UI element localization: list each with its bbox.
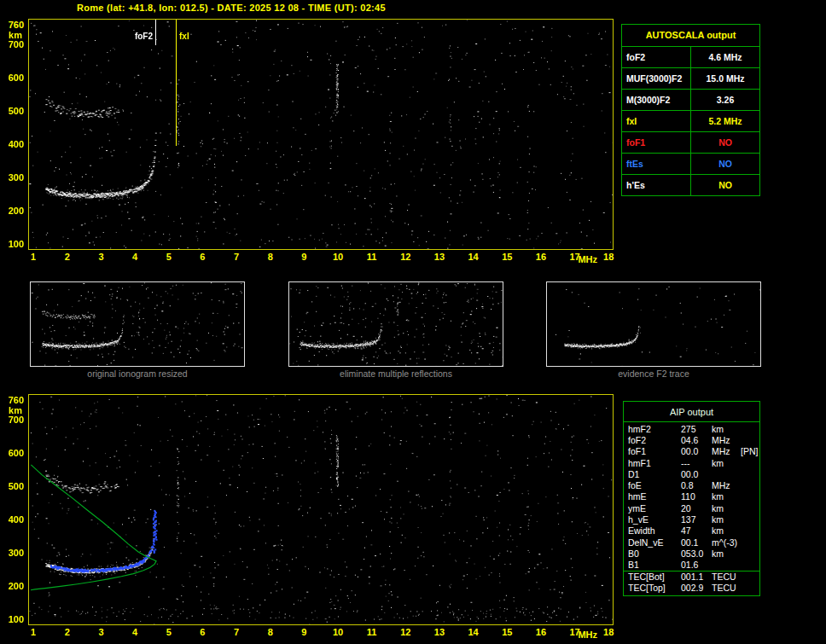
- aip-param-label: foF2: [628, 435, 681, 445]
- aip-param-value: 00.0: [681, 446, 712, 456]
- x-axis-label: 12: [396, 252, 415, 262]
- thumbnail-canvas-eliminate: [289, 282, 503, 366]
- x-axis-label: 6: [193, 627, 212, 637]
- aip-param-value: 00.0: [681, 469, 712, 479]
- x-axis-label: 2: [58, 252, 77, 262]
- y-axis-label: 600: [0, 73, 24, 83]
- aip-param-label: Ewidth: [628, 525, 681, 536]
- aip-param-value: 110: [681, 491, 712, 502]
- aip-param-value: 0.8: [681, 480, 712, 490]
- autoscala-param-label: MUF(3000)F2: [622, 68, 691, 89]
- x-axis-label: 6: [193, 252, 212, 262]
- aip-param-unit: km: [712, 491, 736, 502]
- aip-row: hmF1---km: [624, 457, 759, 468]
- autoscala-row: fxI5.2 MHz: [622, 110, 759, 131]
- x-axis-label: 7: [227, 252, 246, 262]
- x-axis-label: 4: [125, 627, 144, 637]
- x-axis-label: 4: [125, 252, 144, 262]
- aip-param-value: 275: [681, 424, 712, 434]
- autoscala-param-value: 4.6 MHz: [691, 47, 759, 67]
- aip-row: D100.0: [624, 468, 759, 479]
- aip-param-label: B1: [628, 560, 681, 570]
- autoscala-param-value: NO: [691, 154, 759, 174]
- thumbnail-evidence-f2: [546, 281, 761, 367]
- autoscala-param-value: NO: [691, 175, 759, 195]
- y-axis-label: 400: [0, 514, 24, 525]
- thumbnail-caption-evidence: evidence F2 trace: [546, 368, 761, 379]
- thumbnail-eliminate-reflections: [288, 281, 503, 367]
- autoscala-param-value: 15.0 MHz: [691, 68, 759, 89]
- autoscala-param-label: foF2: [622, 47, 691, 67]
- x-axis-label: 3: [91, 627, 110, 637]
- x-axis-label: 15: [497, 252, 516, 262]
- x-axis-label: 18: [599, 627, 618, 637]
- aip-table-header: AIP output: [624, 402, 759, 422]
- x-axis-label: 12: [396, 627, 415, 637]
- x-axis-label: 2: [58, 627, 77, 637]
- y-axis-unit: km: [0, 30, 22, 40]
- y-axis-label: 100: [0, 614, 24, 624]
- aip-param-label: ymE: [628, 503, 681, 513]
- thumbnail-canvas-original: [31, 282, 244, 366]
- thumbnail-original-ionogram: [30, 281, 245, 367]
- y-axis-label: 500: [0, 106, 24, 116]
- y-axis-label: 700: [0, 415, 24, 425]
- autoscala-screen: Rome (lat: +41.8, lon: 012.5) - DATE: 20…: [0, 0, 826, 644]
- y-axis-label: 500: [0, 481, 24, 491]
- aip-param-label: D1: [628, 469, 681, 479]
- x-axis-label: 11: [363, 252, 381, 262]
- aip-row: TEC[Top]002.9TECU: [624, 582, 759, 593]
- x-axis-label: 15: [497, 627, 516, 637]
- x-axis-label: 9: [294, 627, 313, 637]
- ionogram-canvas-bottom: [29, 395, 613, 624]
- x-axis-unit: MHz: [578, 254, 597, 264]
- aip-param-value: 00.1: [681, 537, 712, 548]
- aip-row: Ewidth47km: [624, 525, 759, 537]
- aip-param-value: 002.9: [681, 583, 712, 593]
- aip-param-unit: MHz: [712, 435, 736, 445]
- aip-param-label: h_vE: [628, 514, 681, 525]
- x-axis-label: 7: [227, 627, 246, 637]
- autoscala-param-value: 3.26: [691, 90, 759, 110]
- aip-param-label: B0: [628, 548, 681, 559]
- autoscala-param-value: 5.2 MHz: [691, 111, 759, 131]
- aip-param-label: TEC[Top]: [628, 583, 681, 593]
- aip-row: h_vE137km: [624, 513, 759, 525]
- autoscala-table-header: AUTOSCALA output: [622, 25, 759, 46]
- aip-param-label: hmF1: [628, 458, 681, 468]
- aip-param-unit: km: [712, 548, 736, 559]
- aip-row: foE0.8MHz: [624, 479, 759, 490]
- aip-rows-container: hmF2275kmfoF204.6MHzfoF100.0MHz[PN]hmF1-…: [624, 423, 759, 593]
- aip-param-value: 47: [681, 525, 712, 536]
- aip-row: hmF2275km: [624, 423, 759, 434]
- x-axis-label: 1: [24, 252, 43, 262]
- autoscala-param-label: foF1: [622, 132, 691, 153]
- x-axis-label: 10: [329, 252, 347, 262]
- aip-param-label: hmF2: [628, 424, 681, 434]
- x-axis-label: 10: [329, 627, 347, 637]
- autoscala-param-label: h'Es: [622, 175, 691, 195]
- autoscala-row: h'EsNO: [622, 174, 759, 195]
- aip-param-unit: km: [712, 503, 736, 513]
- aip-param-label: foE: [628, 480, 681, 490]
- x-axis-label: 16: [532, 252, 550, 262]
- autoscala-output-table: AUTOSCALA output foF24.6 MHzMUF(3000)F21…: [621, 24, 760, 196]
- aip-param-unit: TECU: [712, 583, 736, 593]
- x-axis-label: 8: [261, 627, 280, 637]
- autoscala-row: foF1NO: [622, 131, 759, 153]
- aip-param-unit: MHz: [712, 480, 736, 490]
- autoscala-row: foF24.6 MHz: [622, 46, 759, 67]
- autoscala-row: MUF(3000)F215.0 MHz: [622, 67, 759, 89]
- aip-row: DelN_vE00.1m^(-3): [624, 537, 759, 548]
- y-axis-label: 400: [0, 139, 24, 149]
- aip-param-unit: TECU: [712, 571, 736, 582]
- aip-param-unit: km: [712, 424, 736, 434]
- aip-param-label: foF1: [628, 446, 681, 456]
- x-axis-label: 5: [160, 627, 178, 637]
- autoscala-param-label: fxI: [622, 111, 691, 131]
- y-axis-label: 760: [0, 20, 24, 30]
- y-axis-unit: km: [0, 405, 22, 415]
- x-axis-label: 13: [430, 252, 449, 262]
- aip-param-value: 20: [681, 503, 712, 513]
- aip-row: hmE110km: [624, 491, 759, 502]
